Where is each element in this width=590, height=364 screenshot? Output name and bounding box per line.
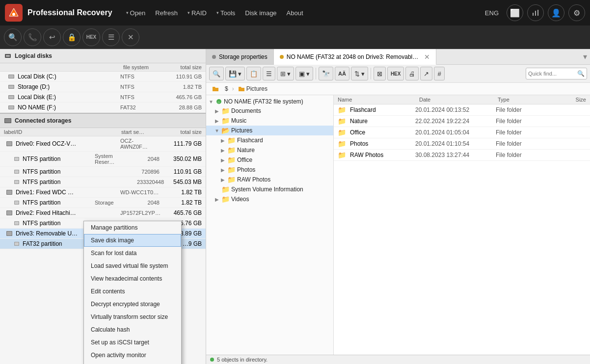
- ctx-transform-sector[interactable]: Virtually transform sector size: [84, 311, 181, 323]
- fm-copy-btn[interactable]: 📋: [246, 67, 261, 80]
- tree-photos-label: Photos: [237, 166, 255, 173]
- ctx-decrypt[interactable]: Decrypt encrypted storage: [84, 298, 181, 311]
- tree-videos-expand: ▶: [214, 197, 220, 202]
- menu-diskimage[interactable]: Disk image: [241, 7, 280, 19]
- analytics-button[interactable]: [527, 4, 544, 21]
- tree-docs-expand: ▶: [214, 108, 220, 114]
- fl-col-name: Name: [338, 97, 419, 103]
- drive0[interactable]: Drive0: Fixed OCZ-V… OCZ-AWNZ0F… 111.79 …: [0, 136, 206, 152]
- fm-quick-find-input[interactable]: [528, 71, 577, 77]
- drive1[interactable]: Drive1: Fixed WDC … WD-WCC1T0… 1.82 TB: [0, 187, 206, 198]
- tree-pictures[interactable]: ▼ 📂 Pictures: [206, 126, 333, 135]
- svg-rect-34: [7, 232, 12, 235]
- tree-rawphotos[interactable]: ▶ 📁 RAW Photos: [206, 175, 333, 184]
- lang-selector[interactable]: ENG: [481, 7, 503, 19]
- ctx-save-disk-image[interactable]: Save disk image: [84, 234, 181, 247]
- breadcrumb-pictures[interactable]: Pictures: [236, 84, 269, 93]
- fm-search-icon[interactable]: 🔍: [577, 70, 585, 77]
- file-row-rawphotos[interactable]: 📁 RAW Photos 30.08.2023 13:27:44 File fo…: [334, 150, 590, 161]
- disk-d[interactable]: Storage (D:) NTFS 1.82 TB: [0, 82, 206, 92]
- ctx-edit-contents[interactable]: Edit contents: [84, 285, 181, 298]
- menu-about[interactable]: About: [283, 7, 307, 19]
- lock-toolbar-btn[interactable]: 🔒: [63, 28, 80, 46]
- disk-f[interactable]: NO NAME (F:) FAT32 28.88 GB: [0, 103, 206, 113]
- menu-refresh[interactable]: Refresh: [151, 7, 182, 19]
- list-toolbar-btn[interactable]: ☰: [102, 28, 120, 46]
- fm-save-btn[interactable]: 💾 ▾: [225, 67, 245, 80]
- fm-export-btn[interactable]: ↗: [420, 67, 432, 80]
- logical-disks-cols: file system total size: [0, 63, 206, 72]
- file-row-flashcard[interactable]: 📁 Flashcard 20.01.2024 00:13:52 File fol…: [334, 104, 590, 116]
- tree-videos[interactable]: ▶ 📁 Videos: [206, 194, 333, 204]
- menu-open[interactable]: ▾ Open: [122, 7, 150, 19]
- disk-c[interactable]: Local Disk (C:) NTFS 110.91 GB: [0, 72, 206, 82]
- phone-toolbar-btn[interactable]: 📞: [24, 28, 41, 46]
- fm-hash-btn[interactable]: #: [434, 67, 444, 80]
- tab-storage-properties[interactable]: Storage properties: [206, 49, 274, 64]
- ctx-load-map[interactable]: Enable (load) a map: [84, 362, 181, 364]
- tree-flashcard[interactable]: ▶ 📁 Flashcard: [206, 135, 333, 145]
- undo-toolbar-btn[interactable]: ↩: [43, 28, 61, 46]
- ctx-manage-partitions[interactable]: Manage partitions: [84, 221, 181, 234]
- monitor-button[interactable]: ⬜: [507, 4, 523, 21]
- fm-view-btn[interactable]: ⊞ ▾: [277, 67, 294, 80]
- fm-binoculars-btn[interactable]: 🔭: [319, 67, 333, 80]
- drive0-part1[interactable]: NTFS partition System Reser… 2048 350.02…: [0, 152, 206, 167]
- tab-dropdown-icon[interactable]: ▾: [583, 52, 587, 61]
- ctx-activity-monitor[interactable]: Open activity monitor: [84, 349, 181, 362]
- file-row-photos-icon: 📁: [338, 140, 346, 148]
- tree-nature[interactable]: ▶ 📁 Nature: [206, 145, 333, 155]
- tree-office-folder-icon: 📁: [227, 156, 236, 164]
- search-toolbar-btn[interactable]: 🔍: [4, 28, 22, 46]
- drive1-label: Drive1: Fixed WDC …: [16, 189, 117, 196]
- svg-rect-20: [15, 157, 19, 160]
- menu-tools[interactable]: ▾ Tools: [213, 7, 239, 19]
- logical-disks-header: Logical disks: [0, 49, 206, 63]
- hex-toolbar-btn[interactable]: HEX: [82, 28, 100, 46]
- tree-documents[interactable]: ▶ 📁 Documents: [206, 106, 333, 116]
- settings-button[interactable]: ⚙: [568, 4, 585, 21]
- fm-abc-btn[interactable]: AÄ: [335, 67, 349, 80]
- fl-col-date: Date: [419, 97, 498, 103]
- file-row-rawphotos-icon: 📁: [338, 151, 346, 159]
- file-row-office[interactable]: 📁 Office 20.01.2024 01:05:04 File folder: [334, 127, 590, 138]
- tree-svi[interactable]: 📁 System Volume Information: [206, 184, 333, 194]
- close-toolbar-btn[interactable]: ✕: [122, 28, 139, 46]
- disk-c-name: Local Disk (C:): [18, 73, 117, 80]
- fm-print-btn[interactable]: 🖨: [405, 67, 419, 80]
- drive2[interactable]: Drive2: Fixed Hitachi… JP1572FL2YP… 465.…: [0, 208, 206, 218]
- drive1-part1[interactable]: NTFS partition Storage 2048 1.82 TB: [0, 198, 206, 208]
- user-button[interactable]: 👤: [548, 4, 564, 21]
- context-menu: Manage partitions Save disk image Scan f…: [83, 221, 182, 364]
- tab-close-icon[interactable]: ✕: [424, 53, 430, 61]
- logical-col-size: total size: [162, 64, 202, 70]
- disk-f-name: NO NAME (F:): [18, 104, 117, 111]
- tab-noname[interactable]: NO NAME (FAT32 at 2048 on Drive3: Remova…: [274, 49, 437, 65]
- file-row-photos[interactable]: 📁 Photos 20.01.2024 01:10:54 File folder: [334, 138, 590, 150]
- fm-filter-btn[interactable]: ⊠: [374, 67, 386, 80]
- tree-office[interactable]: ▶ 📁 Office: [206, 155, 333, 165]
- disk-e[interactable]: Local Disk (E:) NTFS 465.76 GB: [0, 92, 206, 103]
- fl-col-type: Type: [498, 97, 547, 103]
- file-row-nature[interactable]: 📁 Nature 22.02.2024 19:22:24 File folder: [334, 116, 590, 127]
- fm-panel-btn[interactable]: ▣ ▾: [295, 67, 313, 80]
- ctx-iscsi[interactable]: Set up as iSCSI target: [84, 336, 181, 349]
- ctx-calc-hash[interactable]: Calculate hash: [84, 323, 181, 336]
- menu-raid[interactable]: ▾ RAID: [184, 7, 211, 19]
- ctx-view-hex[interactable]: View hexadecimal contents: [84, 272, 181, 285]
- drive0-part2[interactable]: NTFS partition 720896 110.91 GB: [0, 167, 206, 177]
- ctx-load-virtual-fs[interactable]: Load saved virtual file system: [84, 260, 181, 272]
- fm-list-btn[interactable]: ☰: [263, 67, 275, 80]
- breadcrumb-dollar[interactable]: $: [223, 84, 230, 93]
- drive0-part3[interactable]: NTFS partition 233320448 545.03 MB: [0, 177, 206, 187]
- tree-photos[interactable]: ▶ 📁 Photos: [206, 165, 333, 175]
- fm-sort-btn[interactable]: ⇅ ▾: [351, 67, 368, 80]
- tree-nature-expand: ▶: [220, 148, 226, 153]
- ctx-scan-lost-data[interactable]: Scan for lost data: [84, 247, 181, 260]
- tree-root[interactable]: ▼ ○ NO NAME (FAT32 file system): [206, 97, 333, 106]
- file-row-flashcard-date: 20.01.2024 00:13:52: [415, 106, 494, 113]
- tree-music[interactable]: ▶ 📁 Music: [206, 116, 333, 126]
- breadcrumb-folder-icon[interactable]: [210, 84, 221, 93]
- fm-hex-btn[interactable]: HEX: [387, 67, 404, 80]
- fm-search-btn[interactable]: 🔍: [209, 67, 224, 80]
